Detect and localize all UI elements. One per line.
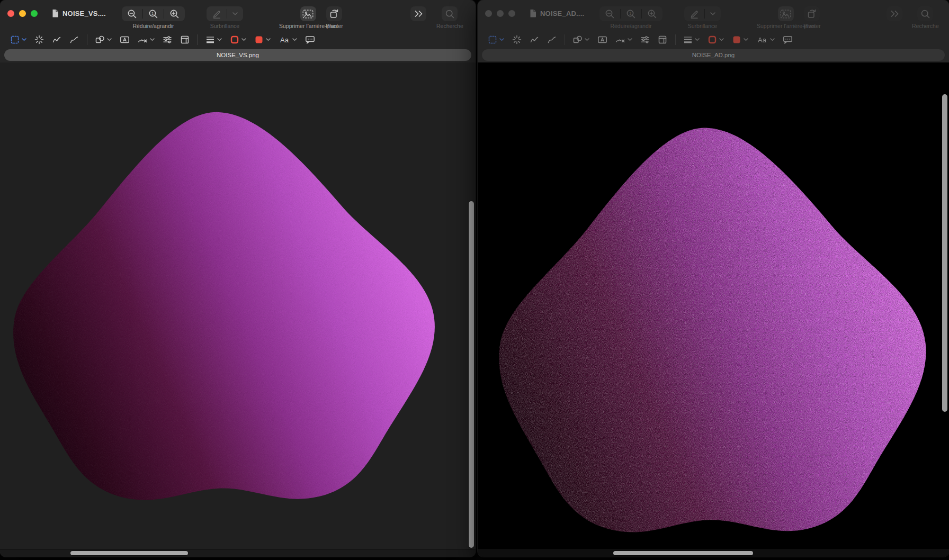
signature-icon xyxy=(615,35,625,44)
border-color-icon xyxy=(708,35,717,44)
canvas-area xyxy=(0,62,476,557)
shapes-tool-button[interactable] xyxy=(570,34,592,46)
actual-size-button[interactable]: 1 xyxy=(143,6,164,21)
highlight-chevron-icon[interactable] xyxy=(227,6,243,21)
rotate-button[interactable] xyxy=(804,6,820,21)
zoom-buttons: 1 xyxy=(599,6,662,21)
titlebar[interactable]: NOISE_VS.... 1 Réduire/agrandir xyxy=(0,0,476,31)
selection-tool-button[interactable] xyxy=(8,34,29,46)
signature-tool-button[interactable] xyxy=(613,34,634,46)
chevron-down-icon xyxy=(217,38,222,41)
zoom-in-button[interactable] xyxy=(642,6,662,21)
minimize-button[interactable] xyxy=(497,10,504,17)
text-box-tool-button[interactable] xyxy=(595,34,610,46)
vertical-scrollbar-thumb[interactable] xyxy=(469,201,474,548)
fill-color-tool-button[interactable] xyxy=(252,34,273,46)
shapes-icon xyxy=(572,35,583,44)
window-title: NOISE_VS.... xyxy=(62,10,106,17)
filename-bar: NOISE_VS.png xyxy=(0,49,476,62)
chevron-down-icon xyxy=(266,38,271,41)
svg-text:1: 1 xyxy=(629,11,631,15)
horizontal-scrollbar-track[interactable] xyxy=(478,549,949,557)
text-style-tool-button[interactable]: Aa xyxy=(754,34,777,46)
sketch-tool-button[interactable] xyxy=(50,34,64,46)
note-tool-button[interactable] xyxy=(303,34,317,46)
fullscreen-button[interactable] xyxy=(508,10,515,17)
chevron-down-icon xyxy=(695,38,700,41)
highlight-button[interactable] xyxy=(207,6,243,21)
filename-pill[interactable]: NOISE_VS.png xyxy=(4,49,471,61)
zoom-in-button[interactable] xyxy=(164,6,185,21)
horizontal-scrollbar-thumb[interactable] xyxy=(70,551,188,555)
note-tool-button[interactable] xyxy=(781,34,795,46)
border-color-tool-button[interactable] xyxy=(228,34,248,46)
svg-text:Aa: Aa xyxy=(280,36,289,44)
highlight-label: Surbrillance xyxy=(688,23,717,29)
adjust-tool-button[interactable] xyxy=(638,34,652,46)
horizontal-scrollbar-track[interactable] xyxy=(0,549,476,557)
search-label: Recherche xyxy=(436,23,463,29)
rotate-label: Pivoter xyxy=(326,23,343,29)
toolbar-divider xyxy=(675,34,676,45)
filename-pill[interactable]: NOISE_AD.png xyxy=(482,49,945,61)
remove-background-button[interactable] xyxy=(300,6,316,21)
horizontal-scrollbar-thumb[interactable] xyxy=(613,551,753,555)
overflow-group xyxy=(887,6,902,21)
border-color-icon xyxy=(230,35,239,44)
search-button[interactable] xyxy=(442,6,458,21)
adjust-icon xyxy=(640,35,650,44)
line-weight-tool-button[interactable] xyxy=(681,34,702,46)
search-label: Recherche xyxy=(912,23,939,29)
actual-size-button[interactable]: 1 xyxy=(621,6,641,21)
vertical-scrollbar-thumb[interactable] xyxy=(942,94,947,412)
draw-tool-button[interactable] xyxy=(545,34,559,46)
signature-tool-button[interactable] xyxy=(136,34,157,46)
adjust-tool-button[interactable] xyxy=(160,34,174,46)
draw-tool-button[interactable] xyxy=(67,34,81,46)
more-toolbar-items-button[interactable] xyxy=(410,6,426,21)
document-icon xyxy=(52,9,59,17)
shapes-tool-button[interactable] xyxy=(93,34,114,46)
close-button[interactable] xyxy=(485,10,492,17)
window-title: NOISE_AD.... xyxy=(540,10,584,17)
instant-alpha-tool-button[interactable] xyxy=(510,34,524,46)
remove-background-button[interactable] xyxy=(778,6,794,21)
highlighter-pen-icon xyxy=(684,6,704,21)
crop-tool-button[interactable] xyxy=(178,34,192,46)
rotate-label: Pivoter xyxy=(803,23,821,29)
preview-window-noise-ad[interactable]: NOISE_AD.... 1 Réduire/agrandir xyxy=(478,0,949,557)
crop-icon xyxy=(658,35,667,44)
more-toolbar-items-button[interactable] xyxy=(887,6,902,21)
remove-background-icon xyxy=(780,10,791,19)
text-style-tool-button[interactable]: Aa xyxy=(276,34,299,46)
rotate-button[interactable] xyxy=(326,6,342,21)
crop-tool-button[interactable] xyxy=(656,34,669,46)
fill-color-tool-button[interactable] xyxy=(730,34,750,46)
search-button[interactable] xyxy=(917,6,933,21)
fill-color-icon xyxy=(732,35,741,44)
border-color-tool-button[interactable] xyxy=(705,34,726,46)
highlight-button[interactable] xyxy=(684,6,721,21)
line-weight-icon xyxy=(205,35,215,44)
minimize-button[interactable] xyxy=(19,10,26,17)
close-button[interactable] xyxy=(7,10,14,17)
text-style-icon: Aa xyxy=(756,35,768,44)
sketch-tool-button[interactable] xyxy=(527,34,541,46)
rotate-group: Pivoter xyxy=(326,6,343,29)
overflow-group xyxy=(410,6,426,21)
fullscreen-button[interactable] xyxy=(31,10,38,17)
search-icon xyxy=(445,9,455,19)
zoom-out-button[interactable] xyxy=(599,6,620,21)
window-title-group: NOISE_VS.... xyxy=(52,9,106,17)
zoom-out-button[interactable] xyxy=(122,6,142,21)
note-icon xyxy=(305,35,315,44)
titlebar[interactable]: NOISE_AD.... 1 Réduire/agrandir xyxy=(478,0,949,31)
line-weight-tool-button[interactable] xyxy=(203,34,224,46)
selection-tool-button[interactable] xyxy=(486,34,506,46)
preview-window-noise-vs[interactable]: NOISE_VS.... 1 Réduire/agrandir xyxy=(0,0,476,557)
rotate-icon xyxy=(807,8,817,19)
text-box-tool-button[interactable] xyxy=(118,34,132,46)
chevron-down-icon xyxy=(292,38,297,41)
instant-alpha-tool-button[interactable] xyxy=(32,34,46,46)
highlight-chevron-icon[interactable] xyxy=(705,6,721,21)
